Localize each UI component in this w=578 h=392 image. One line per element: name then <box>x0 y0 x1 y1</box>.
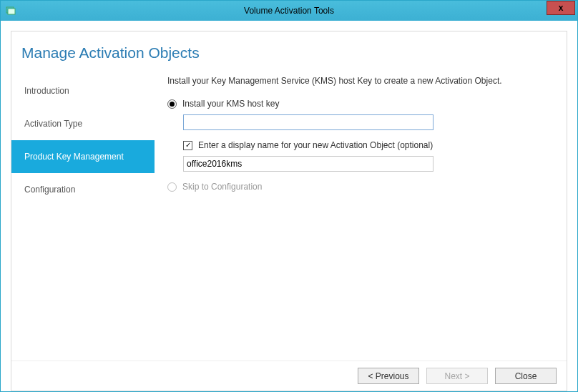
sidebar-item-label: Product Key Management <box>24 152 124 162</box>
display-name-label: Enter a display name for your new Activa… <box>198 140 433 150</box>
sidebar-item-label: Configuration <box>24 185 75 195</box>
checkbox-checked-icon: ✓ <box>183 141 192 150</box>
app-icon <box>5 5 16 16</box>
previous-button[interactable]: < Previous <box>358 368 419 384</box>
close-button[interactable]: x <box>547 1 575 15</box>
footer: < Previous Next > Close <box>11 361 567 391</box>
content-area: Manage Activation Objects Introduction A… <box>1 21 577 391</box>
sidebar-item-configuration[interactable]: Configuration <box>11 173 155 206</box>
sidebar-item-activation-type[interactable]: Activation Type <box>11 107 155 140</box>
page-title: Manage Activation Objects <box>11 31 567 70</box>
wizard-panel: Manage Activation Objects Introduction A… <box>11 31 567 391</box>
kms-host-key-input[interactable] <box>183 114 434 130</box>
main-panel: Install your Key Management Service (KMS… <box>155 70 567 361</box>
install-kms-label: Install your KMS host key <box>182 99 279 109</box>
kms-key-block <box>183 114 552 130</box>
sidebar: Introduction Activation Type Product Key… <box>11 70 155 361</box>
radio-unselected-icon <box>167 182 177 192</box>
sidebar-item-introduction[interactable]: Introduction <box>11 74 155 107</box>
sidebar-item-label: Introduction <box>24 86 69 96</box>
radio-selected-icon <box>167 99 177 109</box>
sidebar-item-label: Activation Type <box>24 119 82 129</box>
display-name-option[interactable]: ✓ Enter a display name for your new Acti… <box>183 140 552 150</box>
skip-configuration-option: Skip to Configuration <box>167 182 552 192</box>
display-name-block: ✓ Enter a display name for your new Acti… <box>183 140 552 172</box>
titlebar: Volume Activation Tools x <box>1 1 577 21</box>
next-button[interactable]: Next > <box>426 368 488 384</box>
window-title: Volume Activation Tools <box>1 6 577 16</box>
install-kms-option[interactable]: Install your KMS host key <box>167 99 552 109</box>
instruction-text: Install your Key Management Service (KMS… <box>167 76 552 86</box>
columns: Introduction Activation Type Product Key… <box>11 70 567 361</box>
close-button-footer[interactable]: Close <box>495 368 557 384</box>
close-icon: x <box>559 4 564 12</box>
display-name-input[interactable] <box>183 156 434 172</box>
sidebar-item-product-key-management[interactable]: Product Key Management <box>11 140 155 173</box>
window: Volume Activation Tools x Manage Activat… <box>0 0 578 392</box>
skip-configuration-label: Skip to Configuration <box>182 182 262 192</box>
svg-rect-1 <box>8 9 15 14</box>
